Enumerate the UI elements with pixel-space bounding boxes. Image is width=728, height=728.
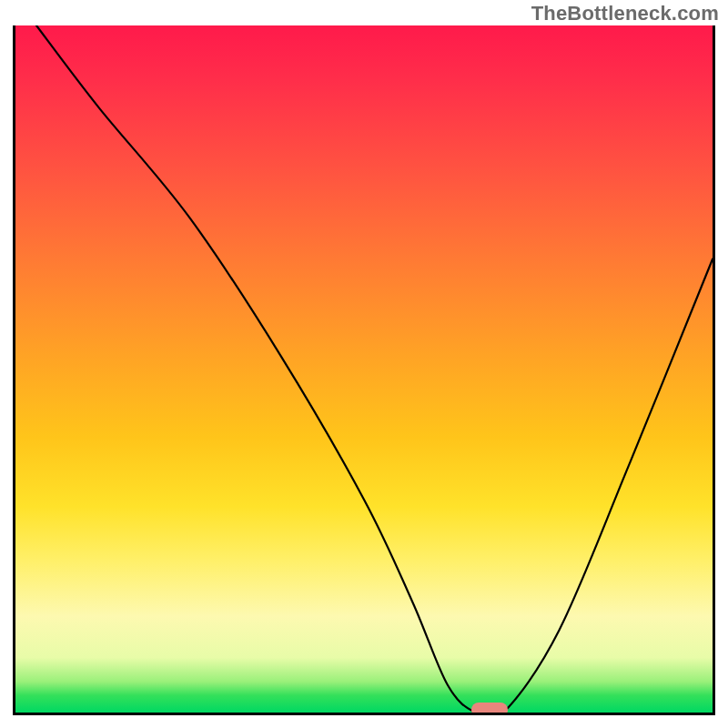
- watermark-text: TheBottleneck.com: [531, 2, 719, 25]
- plot-frame: [13, 25, 715, 715]
- chart-stage: TheBottleneck.com: [0, 0, 728, 728]
- gradient-background: [15, 25, 713, 713]
